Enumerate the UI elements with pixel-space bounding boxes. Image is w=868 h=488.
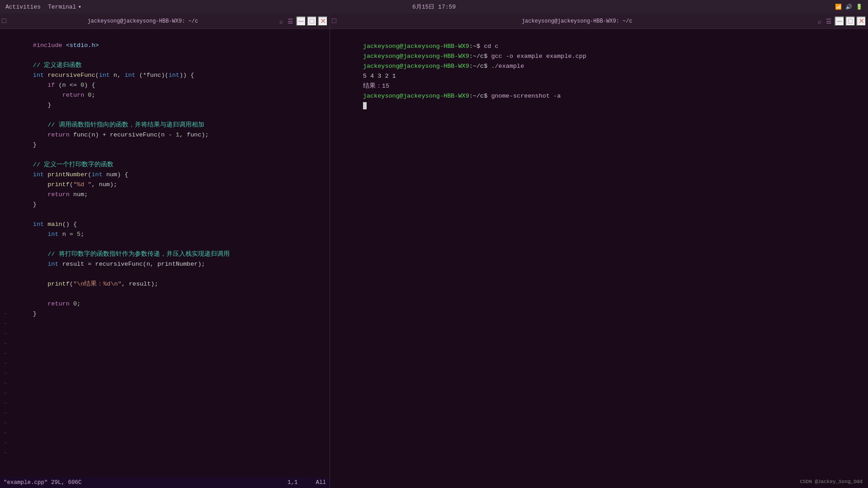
terminal-maximize-button[interactable]: □ xyxy=(845,16,855,26)
terminal-menu-button[interactable]: ☰ xyxy=(824,18,834,25)
terminal-dropdown-icon: ▾ xyxy=(78,3,81,10)
status-left: "example.cpp" 29L, 606C xyxy=(4,479,82,486)
system-tray: 📶 🔊 🔋 xyxy=(835,4,863,10)
code-line-9: // 调用函数指针指向的函数，并将结果与递归调用相加 xyxy=(0,110,330,120)
vim-tab-icon: □ xyxy=(2,17,6,25)
code-line-1: #include <stdio.h> xyxy=(0,31,330,41)
terminal-tab-bar: □ jackeysong@jackeysong-HBB-WX9: ~/c ⌕ ☰… xyxy=(330,14,868,29)
status-position: 1,1 xyxy=(288,479,298,486)
status-filename: "example.cpp" 29L, 606C xyxy=(4,479,82,486)
output-1: 5 4 3 2 1 xyxy=(363,73,400,80)
prompt-path-2: :~/c$ xyxy=(469,53,491,60)
code-line-25: printf("\n结果：%d\n", result); xyxy=(0,269,330,279)
terminal-tab-icon: □ xyxy=(332,17,336,25)
prompt-3: jackeysong@jackeysong-HBB-WX9 xyxy=(363,63,469,70)
system-datetime: 6月15日 17:59 xyxy=(412,3,456,11)
vim-tab-bar: □ jackeysong@jackeysong-HBB-WX9: ~/c ⌕ ☰… xyxy=(0,14,330,29)
tilde-8: ~ xyxy=(0,379,330,389)
vim-tab-title: jackeysong@jackeysong-HBB-WX9: ~/c xyxy=(8,18,278,24)
tilde-12: ~ xyxy=(0,418,330,428)
code-line-18 xyxy=(0,200,330,210)
vim-minimize-button[interactable]: ─ xyxy=(296,16,306,26)
output-2: 结果：15 xyxy=(363,83,389,89)
vim-editor-panel: □ jackeysong@jackeysong-HBB-WX9: ~/c ⌕ ☰… xyxy=(0,14,330,488)
prompt-path-4: :~/c$ xyxy=(469,93,491,99)
terminal-menu-label: Terminal xyxy=(48,4,76,10)
activities-button[interactable]: Activities xyxy=(5,4,41,10)
vim-maximize-button[interactable]: □ xyxy=(307,16,317,26)
tilde-1: ~ xyxy=(0,309,330,319)
volume-icon: 🔊 xyxy=(845,4,852,10)
code-line-27: return 0; xyxy=(0,289,330,299)
tilde-6: ~ xyxy=(0,359,330,369)
vim-search-button[interactable]: ⌕ xyxy=(278,18,285,25)
tilde-5: ~ xyxy=(0,349,330,359)
branding-text: CSDN @Jackey_Song_Odd xyxy=(800,479,863,484)
vim-close-button[interactable]: ✕ xyxy=(318,16,328,26)
tilde-2: ~ xyxy=(0,319,330,329)
terminal-panel: □ jackeysong@jackeysong-HBB-WX9: ~/c ⌕ ☰… xyxy=(330,14,868,488)
tilde-13: ~ xyxy=(0,428,330,438)
status-all: All xyxy=(316,479,326,486)
terminal-window-controls: ⌕ ☰ ─ □ ✕ xyxy=(816,16,866,26)
vim-menu-button[interactable]: ☰ xyxy=(286,18,295,25)
system-bar: Activities Terminal ▾ 6月15日 17:59 📶 🔊 🔋 xyxy=(0,0,868,14)
terminal-line-5: 结果：15 xyxy=(334,71,864,81)
terminal-output[interactable]: jackeysong@jackeysong-HBB-WX9:~$ cd c ja… xyxy=(330,29,868,488)
terminal-minimize-button[interactable]: ─ xyxy=(835,16,844,26)
network-icon: 📶 xyxy=(835,4,842,10)
system-bar-left: Activities Terminal ▾ xyxy=(5,3,81,10)
prompt-1: jackeysong@jackeysong-HBB-WX9 xyxy=(363,43,469,50)
tilde-14: ~ xyxy=(0,438,330,448)
vim-status-bar: "example.cpp" 29L, 606C 1,1 All xyxy=(0,477,330,488)
tilde-11: ~ xyxy=(0,408,330,418)
tilde-10: ~ xyxy=(0,399,330,408)
code-line-19: int main() { xyxy=(0,210,330,220)
terminal-search-button[interactable]: ⌕ xyxy=(816,18,823,25)
cmd-2: gcc -o example example.cpp xyxy=(491,53,586,60)
code-line-22: // 将打印数字的函数指针作为参数传递，并压入栈实现递归调用 xyxy=(0,239,330,249)
cmd-3: ./example xyxy=(491,63,524,70)
prompt-path-1: :~$ xyxy=(469,43,484,50)
terminal-line-1: jackeysong@jackeysong-HBB-WX9:~$ cd c xyxy=(334,32,864,42)
tilde-7: ~ xyxy=(0,369,330,379)
tilde-3: ~ xyxy=(0,329,330,339)
code-line-3: // 定义递归函数 xyxy=(0,51,330,61)
tilde-4: ~ xyxy=(0,339,330,349)
prompt-path-3: :~/c$ xyxy=(469,63,491,70)
cmd-4: gnome-screenshot -a xyxy=(491,93,561,99)
tilde-15: ~ xyxy=(0,448,330,458)
cmd-1: cd c xyxy=(484,43,498,50)
tilde-9: ~ xyxy=(0,389,330,399)
battery-icon: 🔋 xyxy=(856,4,863,10)
prompt-4: jackeysong@jackeysong-HBB-WX9 xyxy=(363,93,469,99)
code-line-12 xyxy=(0,140,330,150)
prompt-2: jackeysong@jackeysong-HBB-WX9 xyxy=(363,53,469,60)
terminal-tab-title: jackeysong@jackeysong-HBB-WX9: ~/c xyxy=(338,18,816,24)
terminal-line-6: jackeysong@jackeysong-HBB-WX9:~/c$ gnome… xyxy=(334,81,864,91)
vim-window-controls: ⌕ ☰ ─ □ ✕ xyxy=(278,16,328,26)
terminal-menu[interactable]: Terminal ▾ xyxy=(48,3,81,10)
vim-editor-content: #include <stdio.h> // 定义递归函数 int recursi… xyxy=(0,29,330,477)
terminal-close-button[interactable]: ✕ xyxy=(856,16,866,26)
code-line-13: // 定义一个打印数字的函数 xyxy=(0,150,330,160)
main-container: □ jackeysong@jackeysong-HBB-WX9: ~/c ⌕ ☰… xyxy=(0,14,868,488)
terminal-cursor xyxy=(363,102,367,109)
